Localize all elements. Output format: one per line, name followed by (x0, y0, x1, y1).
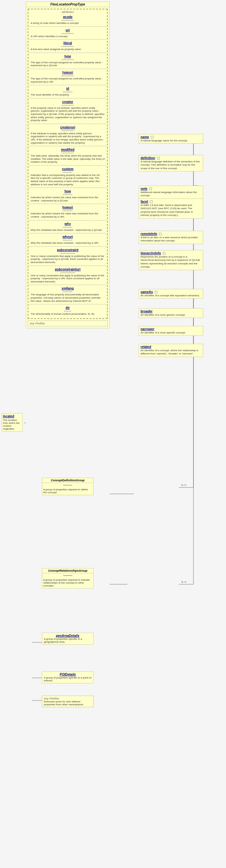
attr-dots-modified: •••••••••• (31, 151, 105, 154)
attr-how: how •••••••• Indicates by which means th… (29, 189, 106, 203)
attr-dots-how: •••••••• (31, 193, 105, 196)
poi-details-box: POIDetails A group of properties specifi… (42, 672, 93, 683)
attr-dots-dir: •••••• (31, 310, 105, 312)
attr-dots-custom: •••••••• (31, 171, 105, 174)
any-other-inline: any ##other (28, 320, 108, 327)
attr-desc-how: Indicates by which means the value was e… (31, 196, 105, 202)
attr-dots-creator: •••••••••• (31, 104, 105, 106)
prop-remoteinfo-label: remoteInfo (141, 232, 157, 236)
prop-name-square (151, 136, 153, 138)
diagram-container: 0..∞ 0..∞ FlexLocationPropType attribute… (0, 0, 226, 868)
located-desc: The location from which the content orig… (3, 418, 21, 430)
prop-narrower-label: narrower (141, 327, 154, 331)
attr-dots-typeuri: •••••••••• (31, 74, 105, 77)
prop-facet-label: facet (141, 200, 148, 204)
attr-name-whyuri: whyuri (31, 235, 105, 239)
attr-dots-pubconstrainturi: •••••••••••• (31, 271, 105, 274)
attr-desc-pubconstraint: One or many constraints that apply to pu… (31, 255, 105, 264)
prop-definition-label: definition (141, 156, 155, 160)
attr-name-literal: literal (31, 41, 105, 45)
attr-creatoruri: creatoruri •••••••••• If the attribute i… (29, 125, 106, 145)
concept-def-desc: A group of properties required to define… (42, 487, 93, 495)
prop-related-desc: An identifier of a concept, where the re… (141, 349, 201, 356)
prop-broader-desc: An identifier of a more generic concept. (141, 313, 201, 317)
attr-id: id •••••••• The local identifier of the … (29, 86, 106, 97)
attr-name-modified: modified (31, 148, 105, 151)
attr-dots-type: •••••••••• (31, 58, 105, 61)
multiplicity-concept-def: 0..∞ (182, 484, 186, 487)
prop-remoteinfo-desc: A link to an item or a web resource whic… (141, 236, 201, 243)
attr-dots-creatoruri: •••••••••• (31, 129, 105, 132)
prop-note-desc: Additional natural language information … (141, 191, 201, 197)
attr-desc-creator: If the property value is not defined, sp… (31, 106, 105, 122)
prop-hierarchyinfo-desc: Represents the position of a concept in … (141, 255, 201, 269)
prop-related-box: related An identifier of a concept, wher… (139, 344, 203, 357)
prop-name-desc: A natural language name for the concept. (141, 139, 201, 142)
prop-broader-label: broader (141, 310, 152, 313)
attr-name-creator: creator (31, 100, 105, 104)
attr-howuri: howuri •••••••• Indicates by which means… (29, 205, 106, 219)
concept-def-dots: •••••••••• (42, 483, 93, 487)
prop-definition-square (157, 157, 160, 159)
geo-area-desc: A group of properties specific to a geog… (44, 638, 91, 643)
attr-desc-why: Why the metadata has been included - exp… (31, 228, 105, 232)
attr-name-type: type (31, 55, 105, 58)
attr-whyuri: whyuri •••••••• Why the metadata has bee… (29, 234, 106, 245)
attr-dots-howuri: •••••••• (31, 209, 105, 212)
attr-uri: uri •••••••••• A URI which identifies a … (29, 28, 106, 39)
prop-facet-desc: In NAR 1.8 and later, facet is deprecate… (141, 204, 201, 217)
prop-hierarchyinfo-box: hierarchyInfo Represents the position of… (139, 250, 203, 270)
attr-qcode: qcode •••••••••• A string of code which … (29, 14, 106, 26)
attr-pubconstrainturi: pubconstrainturi •••••••••••• One or man… (29, 267, 106, 284)
concept-def-title: ConceptDefinitionGroup (42, 478, 93, 483)
prop-sameas-desc: An identifier of a concept with equivale… (141, 294, 201, 297)
attr-desc-typeuri: The type of the concept assigned as cont… (31, 77, 105, 83)
attr-name-pubconstraint: pubconstraint (31, 248, 105, 252)
attr-desc-dir: The directionality of textual content (e… (31, 312, 105, 316)
attr-dir: dir •••••• The directionality of textual… (29, 305, 106, 316)
prop-sameas-label: sameAs (141, 290, 153, 294)
attr-name-howuri: howuri (31, 206, 105, 209)
prop-definition-desc: A natural language definition of the sem… (141, 160, 201, 170)
main-box-title: FlexLocationPropType (26, 2, 109, 7)
geo-area-details-box: geoAreaDetails A group of properties spe… (42, 633, 93, 645)
attr-pubconstraint: pubconstraint •••••••••••• One or many c… (29, 248, 106, 265)
attr-desc-pubconstrainturi: One or many constraints that apply to pu… (31, 274, 105, 283)
concept-rel-title: ConceptRelationshipsGroup (42, 568, 93, 573)
attr-desc-qcode: A string of code which identifies a conc… (31, 22, 105, 25)
attr-name-why: why (31, 222, 105, 226)
attr-desc-id: The local identifier of the property. (31, 93, 105, 96)
prop-hierarchyinfo-square (163, 252, 165, 255)
attr-desc-creatoruri: If the attribute is empty, specifies whi… (31, 132, 105, 144)
prop-facet-box: facet In NAR 1.8 and later, facet is dep… (139, 198, 203, 219)
poi-details-desc: A group of properties specific to a poin… (44, 676, 91, 682)
concept-rel-group: ConceptRelationshipsGroup •••••••••• A g… (42, 568, 93, 588)
attr-desc-xmllang: The language of this property and potent… (31, 293, 105, 303)
prop-related-label: related (141, 345, 151, 349)
attr-desc-whyuri: Why the metadata has been included - exp… (31, 242, 105, 245)
attr-name-how: how (31, 189, 105, 193)
attr-literal: literal •••••••••• A free-text value ass… (29, 41, 106, 52)
attr-creator: creator •••••••••• If the property value… (29, 99, 106, 123)
attr-name-custom: custom (31, 167, 105, 171)
prop-name-box: name A natural language name for the con… (139, 134, 203, 144)
attr-desc-modified: The date (and, optionally, the time) whe… (31, 154, 105, 164)
any-other-bottom-box: any ##other Extension point for user-def… (42, 695, 93, 707)
prop-narrower-box: narrower An identifier of a more specifi… (139, 326, 203, 336)
attr-dots-whyuri: •••••••• (31, 239, 105, 242)
attributes-section: attributes qcode •••••••••• A string of … (28, 9, 108, 319)
attr-typeuri: typeuri •••••••••• The type of the conce… (29, 70, 106, 84)
prop-note-label: note (141, 187, 147, 190)
attr-name-id: id (31, 87, 105, 90)
attributes-label: attributes (29, 10, 106, 13)
concept-rel-desc: A group of properties required to indica… (42, 578, 93, 588)
main-box: FlexLocationPropType attributes qcode ••… (26, 2, 110, 328)
prop-hierarchyinfo-label: hierarchyInfo (141, 251, 161, 255)
located-name: located (3, 414, 21, 418)
any-other-bottom-desc: Extension point for user-defined propert… (44, 700, 91, 706)
attr-dots-xmllang: •••••••• (31, 290, 105, 293)
attr-why: why •••••••• Why the metadata has been i… (29, 221, 106, 232)
attr-xmllang: xmllang •••••••• The language of this pr… (29, 286, 106, 303)
attr-name-uri: uri (31, 28, 105, 32)
prop-note-box: note Additional natural language informa… (139, 186, 203, 199)
